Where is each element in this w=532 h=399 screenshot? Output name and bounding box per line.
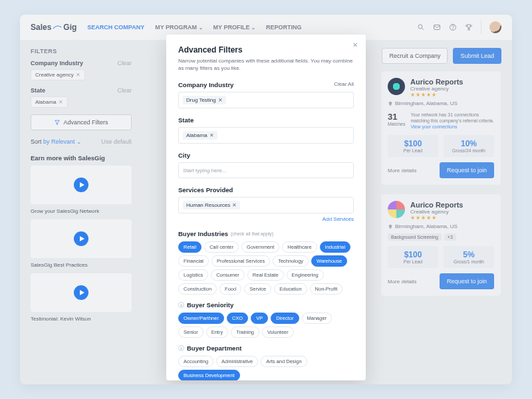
buyer-industries-label: Buyer Industries — [178, 230, 228, 237]
play-icon — [74, 285, 88, 300]
filter-pill[interactable]: Training — [231, 327, 259, 338]
mail-icon[interactable] — [433, 23, 441, 31]
filter-pill[interactable]: Healthcare — [282, 241, 317, 253]
close-icon[interactable]: ✕ — [76, 72, 80, 78]
company-industry-input[interactable]: Drug Testing✕ — [178, 92, 354, 108]
industry-chip[interactable]: Creative agency✕ — [31, 69, 85, 80]
filter-pill[interactable]: Education — [274, 283, 307, 295]
sort-select[interactable]: by Relevant ⌄ — [43, 138, 82, 145]
filter-pill[interactable]: Construction — [178, 283, 217, 295]
filter-pill[interactable]: Food — [219, 283, 241, 295]
filter-pill[interactable]: Industrial — [320, 241, 350, 253]
filter-pill[interactable]: Manager — [302, 313, 332, 324]
city-text-input[interactable] — [183, 168, 349, 174]
svg-point-0 — [418, 25, 422, 29]
submit-lead-button[interactable]: Submit Lead — [453, 48, 501, 64]
filter-pill[interactable]: Call center — [204, 241, 239, 253]
clear-industry[interactable]: Clear — [117, 60, 132, 66]
more-details-link[interactable]: More details — [388, 168, 417, 174]
sort-use-default[interactable]: Use default — [101, 138, 132, 145]
filter-pill[interactable]: Financial — [178, 255, 209, 267]
promo-title: SalesGig Best Practices — [31, 262, 132, 268]
close-icon[interactable]: ✕ — [232, 202, 237, 208]
advanced-filters-button[interactable]: Advanced Filters — [31, 114, 132, 130]
nav-search-company[interactable]: SEARCH COMPANY — [87, 24, 144, 31]
more-details-link[interactable]: More details — [388, 279, 417, 285]
filter-pill[interactable]: Professional Services — [211, 255, 270, 267]
filter-pill[interactable]: Real Estate — [247, 269, 284, 281]
state-chip[interactable]: Alabama✕ — [31, 96, 68, 108]
close-icon[interactable]: ✕ — [209, 132, 214, 138]
help-icon[interactable] — [449, 23, 457, 31]
promo-card[interactable] — [31, 273, 132, 312]
clear-all-link[interactable]: Clear All — [334, 81, 354, 88]
filter-pill[interactable]: Engineering — [287, 269, 324, 281]
company-name: Aurico Reports — [410, 78, 463, 86]
filter-pill[interactable]: Warehouse — [311, 255, 347, 267]
buyer-seniority-label: Buyer Seniority — [187, 301, 233, 309]
city-input[interactable] — [178, 162, 354, 178]
filter-pill[interactable]: Consumer — [211, 269, 245, 281]
close-icon[interactable]: ✕ — [352, 41, 358, 49]
filter-pill[interactable]: Owner/Parthner — [178, 313, 224, 324]
filter-icon — [54, 119, 61, 126]
company-subtitle: Creative agency — [410, 209, 463, 215]
logo[interactable]: SalesGig — [31, 23, 76, 32]
buyer-department-label: Buyer Department — [187, 344, 241, 352]
modal-subtitle: Narrow potential companies with these ad… — [178, 57, 354, 72]
filter-pill[interactable]: VP — [251, 313, 268, 324]
filter-pill[interactable]: Logistics — [178, 269, 208, 281]
request-to-join-button[interactable]: Request to join — [440, 162, 494, 178]
filter-pill[interactable]: Government — [241, 241, 279, 253]
search-icon[interactable] — [417, 23, 425, 31]
services-input[interactable]: Human Resources✕ — [178, 197, 354, 213]
promo-card[interactable] — [31, 219, 132, 258]
more-tags[interactable]: +3 — [444, 233, 456, 241]
close-icon[interactable]: ✕ — [218, 97, 223, 103]
filter-pill[interactable]: Accounting — [178, 356, 213, 367]
pin-icon — [388, 101, 393, 106]
rating-stars: ★★★★★ — [410, 215, 463, 221]
nav-my-profile[interactable]: MY PROFILE ⌄ — [213, 24, 255, 31]
state-input[interactable]: Alabama✕ — [178, 127, 354, 144]
filter-pill[interactable]: Non-Profit — [310, 283, 343, 295]
buyer-seniority-pills: Owner/ParthnerCXOVPDirectorManagerSenior… — [178, 313, 354, 338]
filter-pill[interactable]: Entry — [206, 327, 229, 338]
filter-pill[interactable]: Service — [244, 283, 271, 295]
clear-state[interactable]: Clear — [117, 87, 132, 94]
info-icon[interactable]: i — [178, 302, 184, 308]
view-connections-link[interactable]: View your connections — [410, 124, 457, 129]
matches-count: 31 — [388, 112, 405, 122]
filter-pill[interactable]: Technology — [273, 255, 309, 267]
filter-pill[interactable]: Business Development — [178, 370, 240, 380]
company-name: Aurico Reports — [410, 201, 463, 209]
filter-pill[interactable]: Volunteer — [262, 327, 294, 338]
filter-pill[interactable]: Administrative — [216, 356, 258, 367]
trophy-icon[interactable] — [465, 23, 473, 31]
recruit-company-button[interactable]: Recruit a Company — [382, 48, 448, 64]
info-icon[interactable]: i — [178, 345, 184, 351]
sort-label: Sort — [31, 138, 42, 145]
filter-pill[interactable]: Arts and Design — [261, 356, 307, 367]
industry-chip[interactable]: Drug Testing✕ — [183, 96, 226, 104]
state-label: State — [31, 87, 45, 94]
nav-my-program[interactable]: MY PROGRAM ⌄ — [155, 24, 202, 31]
promo-title: Grow your SalesGig Network — [31, 208, 132, 214]
nav-reporting[interactable]: REPORTING — [266, 24, 302, 31]
rating-stars: ★★★★★ — [410, 92, 463, 98]
avatar[interactable] — [489, 21, 501, 33]
filter-pill[interactable]: Director — [271, 313, 299, 324]
close-icon[interactable]: ✕ — [59, 99, 63, 105]
request-to-join-button[interactable]: Request to join — [440, 273, 494, 289]
earn-heading: Earn more with SalesGig — [31, 154, 132, 162]
promo-card[interactable] — [31, 166, 132, 204]
add-services-link[interactable]: Add Services — [178, 216, 354, 222]
state-chip[interactable]: Alabama✕ — [183, 131, 217, 140]
service-chip[interactable]: Human Resources✕ — [183, 201, 240, 209]
filter-pill[interactable]: CXO — [227, 313, 248, 324]
city-label: City — [178, 152, 190, 159]
filter-pill[interactable]: Senior — [178, 327, 203, 338]
advanced-filters-modal: ✕ Advanced Filters Narrow potential comp… — [166, 35, 366, 380]
play-icon — [74, 178, 88, 192]
filter-pill[interactable]: Retail — [178, 241, 201, 253]
